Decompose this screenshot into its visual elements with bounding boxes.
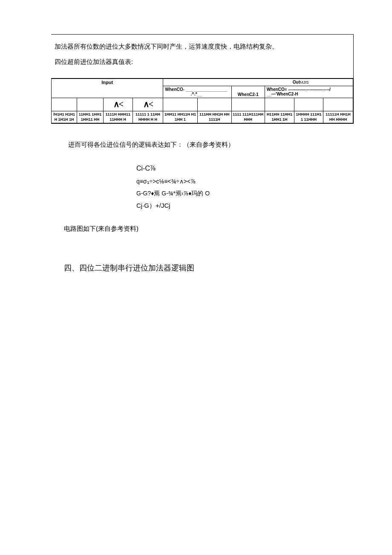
logic-expression-intro: 进而可得各位进位信号的逻辑表达如下：（来自参考资料） (68, 141, 354, 149)
when-co-left: WhenCO- ___ ______________ .^.*__ (163, 86, 232, 98)
input-header: Input (52, 79, 163, 98)
data-cell-9: 11111H HH1HHH HHHH (323, 111, 353, 123)
formula-4: Cj·G）+/JCj (136, 199, 354, 212)
when-co-sub: .^.*__ (190, 92, 202, 96)
empty-cell (323, 98, 353, 111)
when-c2-h: __—'WhenC2-H (267, 92, 298, 96)
when-c2-1: WhenC2-1 (231, 86, 265, 98)
section-4-title: 四、四位二进制串行进位加法器逻辑图 (64, 263, 354, 273)
symbol-cell-2: ∧< (133, 98, 163, 111)
data-cell-8: 1HHHH 111H11 11HHH (294, 111, 323, 123)
formula-1: Ci-C⅞ (136, 162, 354, 175)
description-block: 加法器所有位数的进位大多数情况下同时产生，运算速度度快，电路结构复杂。 四位超前… (51, 35, 353, 78)
empty-cell (265, 98, 294, 111)
description-line-2: 四位超前进位加法器真值表: (55, 54, 350, 70)
formula-3: G-G?♦焉 G-¾*焉‹⅞♦玛的 O (136, 187, 354, 199)
data-cell-2: 1111H HHH11 11HHH H (103, 111, 133, 123)
data-cell-1: 11HH1 1HH1 1HH11 HH (77, 111, 104, 123)
truth-table: Input OutMJtS WhenCO- ___ ______________… (51, 78, 353, 123)
empty-cell (294, 98, 323, 111)
bordered-text-box: 加法器所有位数的进位大多数情况下同时产生，运算速度度快，电路结构复杂。 四位超前… (51, 34, 354, 124)
formula-2: q≡σ₁÷>c⅛≡<¾÷∧><⅞ (136, 175, 354, 187)
when-co-label: WhenCO- (165, 87, 184, 92)
page: 加法器所有位数的进位大多数情况下同时产生，运算速度度快，电路结构复杂。 四位超前… (0, 0, 392, 290)
table-header-row-1: Input OutMJtS (52, 79, 353, 86)
data-cell-7: H11HH 11HH1 1HH1 1H (265, 111, 294, 123)
when-co-right: WhenCO≡ -----------------------------/ _… (265, 86, 353, 98)
symbol-cell-1: ∧< (103, 98, 133, 111)
data-cell-4: 1HH11 HH11H H11HH 1 (163, 111, 197, 123)
empty-cell (197, 98, 231, 111)
description-line-1: 加法器所有位数的进位大多数情况下同时产生，运算速度度快，电路结构复杂。 (55, 39, 350, 54)
truth-table-grid: Input OutMJtS WhenCO- ___ ______________… (51, 78, 353, 123)
out-label: Out (293, 80, 300, 84)
data-cell-0: /H1H1 H1H1H 1H1H 1H (52, 111, 77, 123)
table-symbol-row: ∧< ∧< (52, 98, 353, 111)
table-data-row: /H1H1 H1H1H 1H1H 1H 11HH1 1HH1 1HH11 HH … (52, 111, 353, 123)
circuit-diagram-intro: 电路图如下(来自参考资料) (64, 225, 354, 233)
output-header: OutMJtS (163, 79, 353, 86)
data-cell-3: 11111 1 11HH HHHH H H (133, 111, 163, 123)
empty-cell (77, 98, 104, 111)
empty-cell (163, 98, 197, 111)
out-suffix: MJtS (300, 80, 309, 84)
when-co-right-label: WhenCO≡ -----------------------------/ (267, 87, 331, 92)
empty-cell (231, 98, 265, 111)
data-cell-5: 111HH HH1H HH 1111H (197, 111, 231, 123)
formula-block: Ci-C⅞ q≡σ₁÷>c⅛≡<¾÷∧><⅞ G-G?♦焉 G-¾*焉‹⅞♦玛的… (136, 162, 354, 212)
data-cell-6: 1111 111H111HH HHH (231, 111, 265, 123)
empty-cell (52, 98, 77, 111)
